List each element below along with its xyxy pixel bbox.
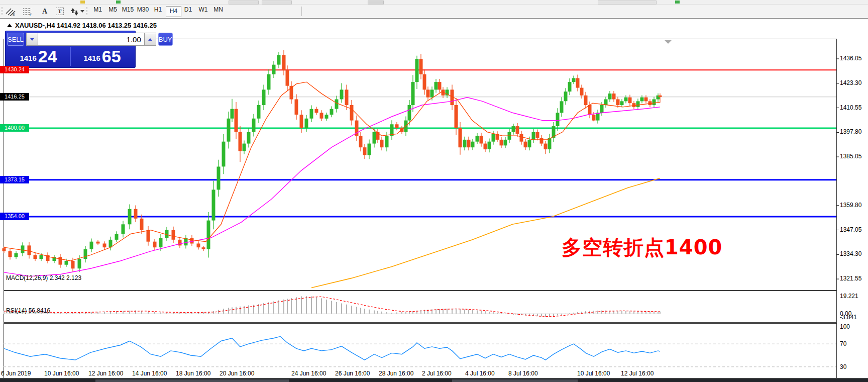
toolbar-fragment [368,1,384,5]
candle [476,136,479,142]
candle [584,96,588,105]
candle [435,82,438,89]
buy-button[interactable]: BUY [158,33,173,46]
candle [395,124,399,128]
candle [231,109,234,119]
dropdown-caret-icon[interactable] [79,6,85,17]
bottom-edge-segment [95,379,289,382]
arrows-icon[interactable] [69,6,79,17]
candle [385,136,389,147]
candle [560,101,564,113]
fibonacci-icon[interactable]: F [21,6,34,17]
buy-price[interactable]: 1416 65 [71,47,134,66]
date-tick-label: 8 Jul 16:00 [508,370,538,377]
candle [636,101,640,107]
candle [345,89,349,105]
text-tool-glyph: A [42,8,47,16]
date-tick-label: 14 Jun 16:00 [132,370,167,377]
timeframe-button-h4[interactable]: H4 [166,6,181,17]
candle [300,115,303,128]
candle [277,55,281,65]
toolbar-fragment [80,1,85,4]
candle [540,138,544,144]
candle [84,249,87,259]
candle [335,100,339,109]
sell-price-base: 1416 [20,52,36,65]
candle [659,96,662,97]
candle [640,98,644,102]
candle [488,142,491,149]
rsi-label: RSI(14) 56.8416 [6,307,50,314]
volume-decrease-button[interactable] [26,33,38,46]
candle [96,242,100,244]
chart-window: XAUUSD-,H4 1414.92 1418.06 1413.25 1416.… [0,18,868,378]
candle [272,65,276,74]
one-click-collapse-icon[interactable] [7,24,12,27]
candle [227,119,231,142]
candle [325,115,329,119]
candle [580,88,584,96]
rsi-axis-label: 70 [840,340,846,347]
date-tick-label: 12 Jul 16:00 [621,370,654,377]
volume-increase-button[interactable] [144,33,156,46]
toolbar-fragment [598,1,657,5]
toolbar-drag-handle[interactable] [2,7,3,16]
candle [257,105,261,119]
text-icon[interactable]: A [38,6,51,17]
timeframe-button-m15[interactable]: M15 [121,6,135,16]
candle [78,259,81,268]
svg-text:E: E [13,13,15,16]
candle [59,257,62,264]
label-icon[interactable]: T [53,6,66,17]
bottom-edge-segment [452,379,578,382]
candle [305,119,308,128]
timeframe-button-w1[interactable]: W1 [196,6,210,16]
candle [90,242,93,249]
candle [140,219,144,230]
candle [564,91,568,101]
macd-label: MACD(12,26,9) 2.342 2.123 [6,274,81,281]
candle [608,93,612,100]
candle [532,132,535,140]
candle [247,132,251,144]
macd-axis-label: -3.841 [840,314,857,321]
timeframe-button-m30[interactable]: M30 [136,6,150,16]
one-click-trading-panel: SELL BUY 1416 24 1416 65 [5,31,136,68]
date-tick-label: 10 Jul 16:00 [577,370,610,377]
chart-annotation: 多空转折点1400 [562,234,722,261]
price-line-badge: 1354.00 [0,213,29,220]
sell-button[interactable]: SELL [7,33,24,46]
timeframe-button-mn[interactable]: MN [211,6,226,16]
candle [128,209,132,225]
candle [536,132,539,138]
buy-price-base: 1416 [83,52,100,65]
candle [28,245,31,255]
symbol-header: XAUUSD-,H4 1414.92 1418.06 1413.25 1416.… [7,22,157,29]
candle [528,140,531,147]
candle [624,98,628,102]
timeframe-button-m1[interactable]: M1 [90,6,105,16]
candle [644,98,648,102]
sell-price[interactable]: 1416 24 [7,47,71,66]
price-tick-label: 1385.05 [840,153,861,160]
timeframe-button-m5[interactable]: M5 [105,6,120,16]
bottom-edge-strip [0,378,868,382]
candle [71,261,75,268]
candle [524,142,527,148]
macd-axis-label: 19.221 [840,293,858,300]
candle [368,144,371,155]
timeframe-button-d1[interactable]: D1 [181,6,195,16]
timeframe-button-h1[interactable]: H1 [151,6,165,16]
candle [65,261,68,265]
volume-input[interactable] [38,33,144,46]
candle [239,132,242,151]
toolbar-fragment [262,1,292,5]
equidistant-channel-icon[interactable]: E [4,6,17,17]
chart-background [0,19,868,378]
candle [267,74,271,90]
symbol-ohlc-text: XAUUSD-,H4 1414.92 1418.06 1413.25 1416.… [15,22,157,29]
toolbar-drag-handle[interactable] [86,7,87,16]
price-chart[interactable] [0,19,868,378]
candle [252,119,256,132]
rsi-axis-label: 30 [840,363,846,370]
